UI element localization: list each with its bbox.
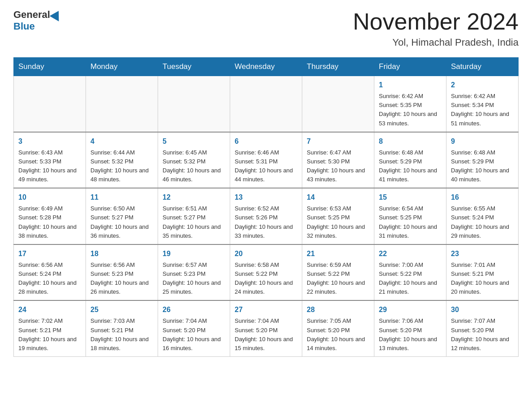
table-row: 7Sunrise: 6:47 AM Sunset: 5:30 PM Daylig… — [302, 132, 374, 188]
day-number: 27 — [235, 304, 297, 315]
table-row: 28Sunrise: 7:05 AM Sunset: 5:20 PM Dayli… — [302, 300, 374, 356]
day-info: Sunrise: 6:44 AM Sunset: 5:32 PM Dayligh… — [90, 148, 153, 184]
day-info: Sunrise: 7:01 AM Sunset: 5:21 PM Dayligh… — [451, 261, 514, 297]
logo-general-text: General — [13, 9, 50, 21]
calendar-header-row: Sunday Monday Tuesday Wednesday Thursday… — [14, 58, 519, 76]
table-row: 14Sunrise: 6:53 AM Sunset: 5:25 PM Dayli… — [302, 188, 374, 244]
table-row: 5Sunrise: 6:45 AM Sunset: 5:32 PM Daylig… — [158, 132, 230, 188]
month-title: November 2024 — [353, 9, 519, 34]
col-friday: Friday — [374, 58, 446, 76]
table-row: 1Sunrise: 6:42 AM Sunset: 5:35 PM Daylig… — [374, 76, 446, 132]
table-row: 24Sunrise: 7:02 AM Sunset: 5:21 PM Dayli… — [14, 300, 86, 356]
calendar-week-row: 1Sunrise: 6:42 AM Sunset: 5:35 PM Daylig… — [14, 76, 519, 132]
day-info: Sunrise: 6:43 AM Sunset: 5:33 PM Dayligh… — [18, 148, 81, 184]
day-number: 8 — [379, 136, 442, 147]
day-number: 6 — [235, 136, 297, 147]
table-row: 12Sunrise: 6:51 AM Sunset: 5:27 PM Dayli… — [158, 188, 230, 244]
day-number: 1 — [379, 80, 442, 90]
day-number: 24 — [18, 304, 81, 315]
day-number: 17 — [18, 248, 81, 259]
day-number: 20 — [235, 248, 297, 259]
day-number: 29 — [379, 304, 442, 315]
calendar-week-row: 10Sunrise: 6:49 AM Sunset: 5:28 PM Dayli… — [14, 188, 519, 244]
day-info: Sunrise: 7:04 AM Sunset: 5:20 PM Dayligh… — [163, 317, 225, 353]
day-info: Sunrise: 6:55 AM Sunset: 5:24 PM Dayligh… — [451, 204, 514, 240]
table-row: 11Sunrise: 6:50 AM Sunset: 5:27 PM Dayli… — [86, 188, 158, 244]
day-number: 12 — [163, 192, 225, 203]
day-info: Sunrise: 6:56 AM Sunset: 5:24 PM Dayligh… — [18, 261, 81, 297]
table-row: 6Sunrise: 6:46 AM Sunset: 5:31 PM Daylig… — [230, 132, 302, 188]
col-tuesday: Tuesday — [158, 58, 230, 76]
day-number: 28 — [307, 304, 369, 315]
table-row — [158, 76, 230, 132]
table-row: 29Sunrise: 7:06 AM Sunset: 5:20 PM Dayli… — [374, 300, 446, 356]
day-number: 2 — [451, 80, 514, 90]
table-row: 9Sunrise: 6:48 AM Sunset: 5:29 PM Daylig… — [446, 132, 519, 188]
day-number: 3 — [18, 136, 81, 147]
day-info: Sunrise: 6:47 AM Sunset: 5:30 PM Dayligh… — [307, 148, 369, 184]
header: General Blue November 2024 Yol, Himachal… — [13, 9, 519, 48]
day-info: Sunrise: 6:54 AM Sunset: 5:25 PM Dayligh… — [379, 204, 442, 240]
day-number: 15 — [379, 192, 442, 203]
day-info: Sunrise: 6:57 AM Sunset: 5:23 PM Dayligh… — [163, 261, 225, 297]
day-number: 22 — [379, 248, 442, 259]
logo-triangle-icon — [50, 8, 64, 21]
day-info: Sunrise: 6:42 AM Sunset: 5:34 PM Dayligh… — [451, 92, 514, 128]
day-number: 26 — [163, 304, 225, 315]
table-row: 17Sunrise: 6:56 AM Sunset: 5:24 PM Dayli… — [14, 244, 86, 301]
day-info: Sunrise: 6:45 AM Sunset: 5:32 PM Dayligh… — [163, 148, 225, 184]
table-row: 30Sunrise: 7:07 AM Sunset: 5:20 PM Dayli… — [446, 300, 519, 356]
day-info: Sunrise: 7:00 AM Sunset: 5:22 PM Dayligh… — [379, 261, 442, 297]
day-number: 19 — [163, 248, 225, 259]
day-info: Sunrise: 7:07 AM Sunset: 5:20 PM Dayligh… — [451, 317, 514, 353]
day-info: Sunrise: 6:48 AM Sunset: 5:29 PM Dayligh… — [379, 148, 442, 184]
day-number: 4 — [90, 136, 153, 147]
table-row: 21Sunrise: 6:59 AM Sunset: 5:22 PM Dayli… — [302, 244, 374, 301]
calendar-table: Sunday Monday Tuesday Wednesday Thursday… — [13, 57, 519, 357]
day-info: Sunrise: 6:53 AM Sunset: 5:25 PM Dayligh… — [307, 204, 369, 240]
table-row — [14, 76, 86, 132]
calendar-week-row: 3Sunrise: 6:43 AM Sunset: 5:33 PM Daylig… — [14, 132, 519, 188]
table-row — [86, 76, 158, 132]
table-row: 27Sunrise: 7:04 AM Sunset: 5:20 PM Dayli… — [230, 300, 302, 356]
table-row: 19Sunrise: 6:57 AM Sunset: 5:23 PM Dayli… — [158, 244, 230, 301]
day-number: 13 — [235, 192, 297, 203]
table-row: 22Sunrise: 7:00 AM Sunset: 5:22 PM Dayli… — [374, 244, 446, 301]
day-info: Sunrise: 6:58 AM Sunset: 5:22 PM Dayligh… — [235, 261, 297, 297]
day-info: Sunrise: 6:50 AM Sunset: 5:27 PM Dayligh… — [90, 204, 153, 240]
day-number: 30 — [451, 304, 514, 315]
table-row — [230, 76, 302, 132]
col-thursday: Thursday — [302, 58, 374, 76]
day-info: Sunrise: 6:46 AM Sunset: 5:31 PM Dayligh… — [235, 148, 297, 184]
col-wednesday: Wednesday — [230, 58, 302, 76]
col-monday: Monday — [86, 58, 158, 76]
location-title: Yol, Himachal Pradesh, India — [353, 37, 519, 48]
day-info: Sunrise: 6:42 AM Sunset: 5:35 PM Dayligh… — [379, 92, 442, 128]
day-info: Sunrise: 7:04 AM Sunset: 5:20 PM Dayligh… — [235, 317, 297, 353]
day-number: 9 — [451, 136, 514, 147]
day-number: 16 — [451, 192, 514, 203]
day-info: Sunrise: 7:05 AM Sunset: 5:20 PM Dayligh… — [307, 317, 369, 353]
day-info: Sunrise: 7:06 AM Sunset: 5:20 PM Dayligh… — [379, 317, 442, 353]
day-info: Sunrise: 6:52 AM Sunset: 5:26 PM Dayligh… — [235, 204, 297, 240]
day-number: 25 — [90, 304, 153, 315]
day-number: 21 — [307, 248, 369, 259]
day-number: 14 — [307, 192, 369, 203]
title-area: November 2024 Yol, Himachal Pradesh, Ind… — [353, 9, 519, 48]
day-info: Sunrise: 7:03 AM Sunset: 5:21 PM Dayligh… — [90, 317, 153, 353]
day-number: 23 — [451, 248, 514, 259]
table-row: 18Sunrise: 6:56 AM Sunset: 5:23 PM Dayli… — [86, 244, 158, 301]
day-info: Sunrise: 6:56 AM Sunset: 5:23 PM Dayligh… — [90, 261, 153, 297]
day-number: 7 — [307, 136, 369, 147]
table-row: 23Sunrise: 7:01 AM Sunset: 5:21 PM Dayli… — [446, 244, 519, 301]
table-row: 8Sunrise: 6:48 AM Sunset: 5:29 PM Daylig… — [374, 132, 446, 188]
day-info: Sunrise: 6:48 AM Sunset: 5:29 PM Dayligh… — [451, 148, 514, 184]
day-number: 10 — [18, 192, 81, 203]
day-info: Sunrise: 6:59 AM Sunset: 5:22 PM Dayligh… — [307, 261, 369, 297]
day-info: Sunrise: 6:51 AM Sunset: 5:27 PM Dayligh… — [163, 204, 225, 240]
day-info: Sunrise: 7:02 AM Sunset: 5:21 PM Dayligh… — [18, 317, 81, 353]
table-row: 25Sunrise: 7:03 AM Sunset: 5:21 PM Dayli… — [86, 300, 158, 356]
calendar-week-row: 17Sunrise: 6:56 AM Sunset: 5:24 PM Dayli… — [14, 244, 519, 301]
table-row: 20Sunrise: 6:58 AM Sunset: 5:22 PM Dayli… — [230, 244, 302, 301]
table-row: 16Sunrise: 6:55 AM Sunset: 5:24 PM Dayli… — [446, 188, 519, 244]
